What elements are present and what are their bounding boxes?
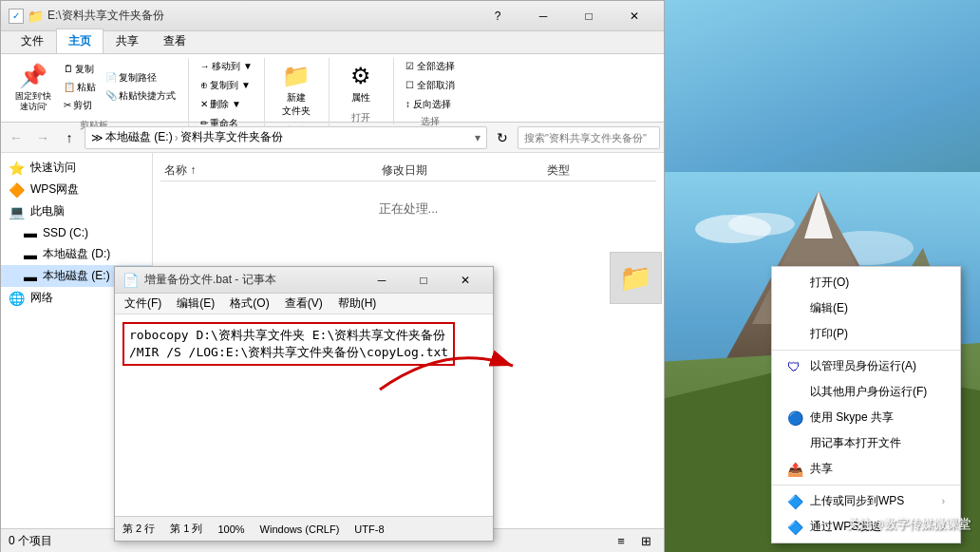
select-all-button[interactable]: ☑ 全部选择 [402,58,459,75]
local-e-label: 本地磁盘 (E:) [43,268,110,284]
up-button[interactable]: ↑ [58,126,81,149]
notepad-window: 📄 增量备份文件.bat - 记事本 ─ □ ✕ 文件(F) 编辑(E) 格式(… [114,266,494,542]
ctx-skype-label: 使用 Skype 共享 [810,409,894,426]
notepad-menu-format[interactable]: 格式(O) [224,294,274,314]
breadcrumb-sep1: › [175,131,179,144]
ctx-open[interactable]: 打开(O) [772,270,960,295]
network-label: 网络 [30,290,53,306]
nav-item-local-d[interactable]: ▬ 本地磁盘 (D:) [1,243,152,265]
delete-button[interactable]: ✕ 删除 ▼ [197,96,256,113]
ssd-icon: ▬ [24,225,37,240]
address-box[interactable]: ≫ 本地磁盘 (E:) › 资料共享文件夹备份 ▾ [85,126,487,149]
copy-to-button[interactable]: ⊕ 复制到 ▼ [197,77,256,94]
notepad-app-icon: 📄 [122,273,139,288]
copy-path-button[interactable]: 📄 复制路径 [102,69,180,86]
nav-item-ssd-c[interactable]: ▬ SSD (C:) [1,222,152,243]
back-button[interactable]: ← [5,126,28,149]
notepad-status-line-ending: Windows (CRLF) [260,523,340,535]
context-menu: 打开(O) 编辑(E) 打印(P) 🛡 以管理员身份运行(A) 以其他用户身份运… [771,266,961,543]
ctx-upload-wps[interactable]: 🔷 上传或同步到WPS › [772,488,960,514]
tab-home[interactable]: 主页 [56,29,104,53]
paste-icon: 📋 [64,82,75,92]
pin-button[interactable]: 📌 固定到'快速访问' [9,58,58,117]
ctx-edit[interactable]: 编辑(E) [772,295,960,321]
ctx-share[interactable]: 📤 共享 [772,456,960,482]
refresh-button[interactable]: ↻ [491,126,514,149]
new-folder-button[interactable]: 📁 新建文件夹 [273,58,319,123]
maximize-button[interactable]: □ [567,2,611,30]
copy-to-label: ⊕ 复制到 ▼ [200,79,251,92]
ctx-open-notepad[interactable]: 用记事本打开文件 [772,430,960,456]
notepad-status-bar: 第 2 行 第 1 列 100% Windows (CRLF) UTF-8 [115,516,493,541]
ctx-separator1 [772,350,960,351]
title-bar-controls: ? ─ □ ✕ [476,2,656,30]
cut-button[interactable]: ✂ 剪切 [60,97,100,114]
ctx-run-admin-label: 以管理员身份运行(A) [810,358,916,374]
quick-access-icon: ⭐ [9,161,25,176]
ctx-run-other[interactable]: 以其他用户身份运行(F) [772,379,960,405]
col-header-date[interactable]: 修改日期 [378,162,543,179]
notepad-menu-edit[interactable]: 编辑(E) [171,294,220,314]
details-view-button[interactable]: ⊞ [635,532,656,551]
notepad-status-encoding: UTF-8 [354,523,384,535]
tab-file[interactable]: 文件 [9,29,56,53]
nav-item-quick-access[interactable]: ⭐ 快速访问 [1,157,152,179]
forward-button[interactable]: → [31,126,54,149]
notepad-menu-view[interactable]: 查看(V) [279,294,329,314]
list-view-button[interactable]: ≡ [611,532,631,551]
notepad-status-line: 第 2 行 [122,522,155,536]
notepad-menu-file[interactable]: 文件(F) [119,294,167,314]
wps-icon: 🔶 [9,182,25,198]
notepad-minimize-button[interactable]: ─ [362,268,402,293]
network-icon: 🌐 [9,291,25,306]
address-dropdown-arrow[interactable]: ▾ [475,131,481,144]
open-label: 打开 [351,111,370,124]
move-to-button[interactable]: → 移动到 ▼ [197,58,256,75]
breadcrumb-part1: 本地磁盘 (E:) [105,129,173,145]
ctx-shield-icon: 🛡 [787,359,802,374]
select-none-button[interactable]: ☐ 全部取消 [402,77,459,94]
breadcrumb-part2: 资料共享文件夹备份 [180,129,283,145]
this-pc-label: 此电脑 [30,203,65,219]
ctx-print[interactable]: 打印(P) [772,321,960,347]
paste-label: 粘贴 [77,81,96,94]
ribbon-group-select: ☑ 全部选择 ☐ 全部取消 ↕ 反向选择 选择 [402,58,466,128]
notepad-close-button[interactable]: ✕ [445,268,485,293]
explorer-title: E:\资料共享文件夹备份 [47,8,164,24]
help-button[interactable]: ? [476,2,519,30]
tab-share[interactable]: 共享 [104,29,151,53]
notepad-menu-help[interactable]: 帮助(H) [332,294,383,314]
ribbon: 📌 固定到'快速访问' 🗒 复制 📋 粘贴 ✂ 剪切 [1,54,664,123]
copy-icon: 🗒 [64,64,73,74]
notepad-maximize-button[interactable]: □ [404,268,443,293]
properties-button[interactable]: ⚙ 属性 [338,58,384,109]
paste-shortcut-button[interactable]: 📎 粘贴快捷方式 [102,87,180,105]
notepad-menu: 文件(F) 编辑(E) 格式(O) 查看(V) 帮助(H) [115,294,493,314]
col-header-type[interactable]: 类型 [543,162,656,179]
status-bar-right: ≡ ⊞ [611,532,656,551]
ctx-skype-icon: 🔵 [787,410,802,426]
properties-icon: ⚙ [350,63,371,89]
close-button[interactable]: ✕ [612,2,656,30]
ctx-share-skype[interactable]: 🔵 使用 Skype 共享 [772,405,960,430]
tab-view[interactable]: 查看 [151,29,198,53]
taskbar-file-icon[interactable]: 📁 [610,252,662,304]
col-header-name[interactable]: 名称 ↑ [160,162,378,179]
nav-item-wps[interactable]: 🔶 WPS网盘 [1,179,152,200]
wps-label: WPS网盘 [30,181,79,198]
local-d-icon: ▬ [24,247,37,262]
copy-button[interactable]: 🗒 复制 [60,61,100,78]
ctx-separator2 [772,485,960,485]
search-input[interactable] [518,126,660,149]
notepad-content[interactable]: robocopy D:\资料共享文件夹 E:\资料共享文件夹备份 /MIR /S… [115,314,493,516]
copy-label: 复制 [75,63,94,76]
notepad-line1: robocopy D:\资料共享文件夹 E:\资料共享文件夹备份 [129,327,448,344]
title-checkbox[interactable]: ✓ [9,9,24,24]
nav-item-this-pc[interactable]: 💻 此电脑 [1,200,152,222]
this-pc-icon: 💻 [9,204,25,219]
paste-button[interactable]: 📋 粘贴 [60,79,100,96]
minimize-button[interactable]: ─ [521,2,565,30]
address-bar-row: ← → ↑ ≫ 本地磁盘 (E:) › 资料共享文件夹备份 ▾ ↻ [1,123,664,153]
invert-select-button[interactable]: ↕ 反向选择 [402,96,459,113]
ctx-run-admin[interactable]: 🛡 以管理员身份运行(A) [772,353,960,379]
